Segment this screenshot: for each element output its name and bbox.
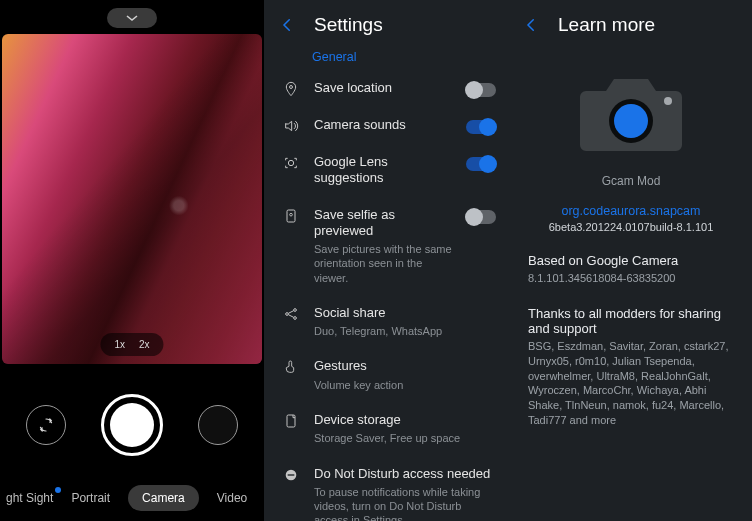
selfie-icon bbox=[282, 208, 300, 224]
row-google-lens[interactable]: Google Lens suggestions bbox=[264, 144, 510, 197]
svg-rect-7 bbox=[287, 415, 295, 427]
gestures-label: Gestures bbox=[314, 358, 496, 374]
row-gestures[interactable]: GesturesVolume key action bbox=[264, 348, 510, 402]
social-share-sub: Duo, Telegram, WhatsApp bbox=[314, 324, 496, 338]
switch-camera-button[interactable] bbox=[26, 405, 66, 445]
toggle-camera-sounds[interactable] bbox=[466, 120, 496, 134]
svg-point-6 bbox=[294, 317, 297, 320]
app-logo-icon bbox=[576, 66, 686, 156]
svg-point-1 bbox=[288, 160, 293, 165]
lens-icon bbox=[282, 155, 300, 171]
section-general: General bbox=[264, 46, 510, 70]
save-selfie-label: Save selfie as previewed bbox=[314, 207, 452, 240]
location-icon bbox=[282, 81, 300, 97]
dnd-sub: To pause notifications while taking vide… bbox=[314, 485, 496, 521]
storage-icon bbox=[282, 413, 300, 429]
svg-point-0 bbox=[290, 86, 293, 89]
based-on-body: 8.1.101.345618084-63835200 bbox=[528, 271, 734, 286]
back-arrow-icon[interactable] bbox=[278, 16, 296, 34]
settings-header: Settings bbox=[264, 0, 510, 46]
storage-label: Device storage bbox=[314, 412, 496, 428]
mode-camera[interactable]: Camera bbox=[128, 485, 199, 511]
toggle-save-location[interactable] bbox=[466, 83, 496, 97]
options-handle[interactable] bbox=[107, 8, 157, 28]
svg-rect-9 bbox=[288, 474, 295, 475]
camera-sounds-label: Camera sounds bbox=[314, 117, 452, 133]
chevron-down-icon bbox=[125, 13, 139, 23]
build-string: 6beta3.201224.0107build-8.1.101 bbox=[510, 221, 752, 233]
row-storage[interactable]: Device storageStorage Saver, Free up spa… bbox=[264, 402, 510, 456]
about-title: Learn more bbox=[558, 14, 655, 36]
row-social-share[interactable]: Social shareDuo, Telegram, WhatsApp bbox=[264, 295, 510, 349]
toggle-google-lens[interactable] bbox=[466, 157, 496, 171]
thanks-heading: Thanks to all modders for sharing and su… bbox=[528, 306, 734, 336]
toggle-save-selfie[interactable] bbox=[466, 210, 496, 224]
svg-point-5 bbox=[294, 309, 297, 312]
package-link[interactable]: org.codeaurora.snapcam bbox=[510, 204, 752, 218]
social-share-label: Social share bbox=[314, 305, 496, 321]
share-icon bbox=[282, 306, 300, 322]
gesture-icon bbox=[282, 359, 300, 375]
viewfinder[interactable]: 1x 2x bbox=[2, 34, 262, 364]
back-arrow-icon[interactable] bbox=[522, 16, 540, 34]
about-header: Learn more bbox=[510, 0, 752, 46]
row-camera-sounds[interactable]: Camera sounds bbox=[264, 107, 510, 144]
switch-camera-icon bbox=[37, 416, 55, 434]
svg-point-15 bbox=[614, 104, 648, 138]
save-location-label: Save location bbox=[314, 80, 452, 96]
based-on-heading: Based on Google Camera bbox=[528, 253, 734, 268]
about-screen: Learn more Gcam Mod org.codeaurora.snapc… bbox=[510, 0, 752, 521]
row-save-selfie[interactable]: Save selfie as previewedSave pictures wi… bbox=[264, 197, 510, 295]
app-name: Gcam Mod bbox=[510, 174, 752, 188]
svg-point-13 bbox=[664, 97, 672, 105]
zoom-1x[interactable]: 1x bbox=[114, 339, 125, 350]
camera-app: 1x 2x ght Sight Portrait Camera Video Mo… bbox=[0, 0, 264, 521]
sound-icon bbox=[282, 118, 300, 134]
row-dnd[interactable]: Do Not Disturb access neededTo pause not… bbox=[264, 456, 510, 521]
settings-screen: Settings General Save location Camera so… bbox=[264, 0, 510, 521]
camera-bottombar bbox=[0, 364, 264, 485]
dnd-label: Do Not Disturb access needed bbox=[314, 466, 496, 482]
thanks-block: Thanks to all modders for sharing and su… bbox=[510, 306, 752, 428]
dnd-icon bbox=[282, 467, 300, 483]
mode-night-sight[interactable]: ght Sight bbox=[6, 491, 53, 505]
mode-video[interactable]: Video bbox=[217, 491, 247, 505]
gestures-sub: Volume key action bbox=[314, 378, 496, 392]
zoom-selector[interactable]: 1x 2x bbox=[100, 333, 163, 356]
shutter-button[interactable] bbox=[101, 394, 163, 456]
mode-strip[interactable]: ght Sight Portrait Camera Video More bbox=[0, 485, 264, 521]
svg-point-3 bbox=[290, 213, 293, 216]
mode-portrait[interactable]: Portrait bbox=[71, 491, 110, 505]
storage-sub: Storage Saver, Free up space bbox=[314, 431, 496, 445]
google-lens-label: Google Lens suggestions bbox=[314, 154, 452, 187]
settings-title: Settings bbox=[314, 14, 383, 36]
zoom-2x[interactable]: 2x bbox=[139, 339, 150, 350]
svg-point-4 bbox=[286, 313, 289, 316]
thanks-body: BSG, Eszdman, Savitar, Zoran, cstark27, … bbox=[528, 339, 734, 428]
row-save-location[interactable]: Save location bbox=[264, 70, 510, 107]
last-photo-thumbnail[interactable] bbox=[198, 405, 238, 445]
save-selfie-sub: Save pictures with the same orientation … bbox=[314, 242, 452, 285]
based-on-block: Based on Google Camera 8.1.101.345618084… bbox=[510, 253, 752, 286]
